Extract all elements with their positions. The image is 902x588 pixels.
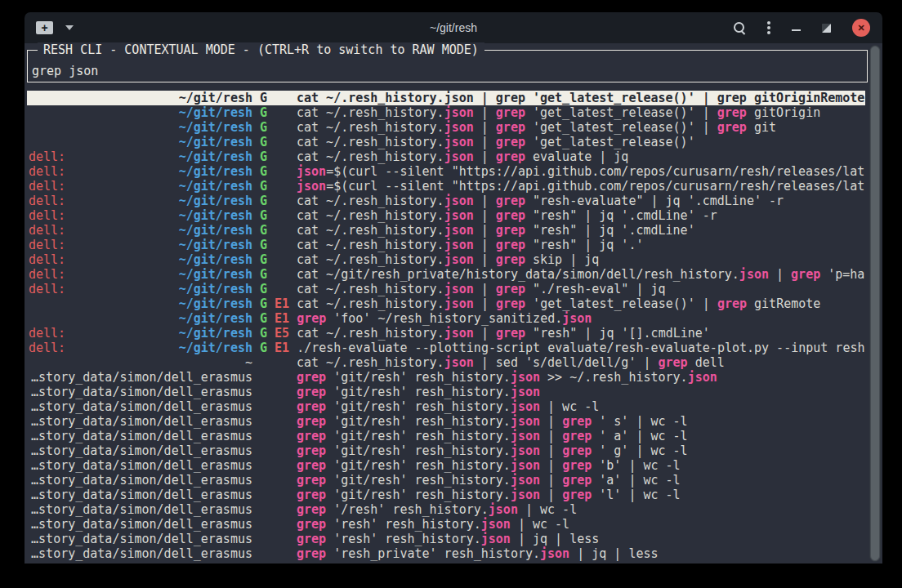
row-host: dell:	[29, 252, 65, 267]
restore-icon[interactable]	[822, 24, 831, 33]
row-command: cat ~/.resh_history.json | grep 'get_lat…	[289, 105, 865, 120]
row-flags	[252, 414, 289, 429]
row-command: cat ~/.resh_history.json | grep 'get_lat…	[289, 91, 865, 105]
history-row[interactable]: dell:~/git/reshGcat ~/.resh_history.json…	[27, 223, 865, 238]
history-row[interactable]: dell:~/git/reshG E5cat ~/.resh_history.j…	[27, 326, 865, 341]
dropdown-caret-icon[interactable]	[65, 25, 74, 30]
new-tab-icon: +	[41, 22, 47, 33]
row-pwd: ~/git/resh	[179, 223, 252, 238]
git-flag: G	[260, 208, 267, 223]
history-row[interactable]: dell:~/git/reshGcat ~/git/resh_private/h…	[27, 267, 865, 282]
history-row[interactable]: ~/git/reshGcat ~/.resh_history.json | gr…	[27, 105, 865, 120]
history-row[interactable]: dell:~/git/reshGjson=$(curl --silent "ht…	[27, 164, 865, 179]
row-command: grep 'foo' ~/resh_history_sanitized.json	[289, 311, 865, 326]
history-row[interactable]: …story_data/simon/dell_erasmusgrep 'git/…	[27, 385, 865, 399]
git-flag: G	[260, 311, 267, 326]
exit-status-flag: E1	[275, 341, 289, 355]
row-flags: G E1	[252, 296, 289, 311]
history-row[interactable]: dell:~/git/reshGcat ~/.resh_history.json…	[27, 252, 865, 267]
history-row[interactable]: dell:~/git/reshGjson=$(curl --silent "ht…	[27, 179, 865, 194]
scrollbar-thumb[interactable]	[870, 46, 880, 561]
row-pwd: …story_data/simon/dell_erasmus	[31, 414, 252, 429]
row-flags: G	[252, 105, 289, 120]
new-tab-button[interactable]: +	[36, 21, 53, 34]
row-pwd: …story_data/simon/dell_erasmus	[31, 370, 252, 385]
row-flags	[252, 502, 289, 517]
row-flags: G	[252, 223, 289, 238]
history-row[interactable]: ~/git/reshG E1grep 'foo' ~/resh_history_…	[27, 311, 865, 326]
history-row[interactable]: ~cat ~/.resh_history.json | sed 's/dell/…	[27, 355, 865, 370]
history-row[interactable]: ~/git/reshG E1cat ~/.resh_history.json |…	[27, 296, 865, 311]
row-command: cat ~/.resh_history.json | grep "resh" |…	[289, 223, 865, 238]
terminal-window: + ~/git/resh ✕ RESH CLI - CONTEXTUAL MOD…	[25, 12, 882, 564]
history-row[interactable]: dell:~/git/reshG E1./resh-evaluate --plo…	[27, 341, 865, 355]
row-command: cat ~/.resh_history.json | grep "resh-ev…	[289, 194, 865, 208]
row-command: json=$(curl --silent "https://api.github…	[289, 164, 865, 179]
history-row[interactable]: …story_data/simon/dell_erasmusgrep 'git/…	[27, 414, 865, 429]
search-query-input[interactable]: grep json	[32, 64, 98, 78]
exit-status-flag: E1	[275, 311, 289, 326]
row-pwd: …story_data/simon/dell_erasmus	[31, 429, 252, 443]
history-row[interactable]: …story_data/simon/dell_erasmusgrep 'git/…	[27, 429, 865, 443]
row-host: dell:	[29, 164, 65, 179]
row-command: json=$(curl --silent "https://api.github…	[289, 179, 865, 194]
history-row[interactable]: ~/git/reshGcat ~/.resh_history.json | gr…	[27, 91, 865, 105]
screen: + ~/git/resh ✕ RESH CLI - CONTEXTUAL MOD…	[0, 0, 902, 588]
history-row[interactable]: …story_data/simon/dell_erasmusgrep 'resh…	[27, 532, 865, 546]
history-row[interactable]: …story_data/simon/dell_erasmusgrep 'git/…	[27, 370, 865, 385]
git-flag: G	[260, 282, 267, 296]
history-row[interactable]: …story_data/simon/dell_erasmusgrep 'git/…	[27, 443, 865, 458]
row-command: grep 'git/resh' resh_history.json | grep…	[289, 443, 865, 458]
row-command: cat ~/.resh_history.json | grep "resh" |…	[289, 238, 865, 252]
row-flags	[252, 385, 289, 399]
row-command: cat ~/.resh_history.json | grep "./resh-…	[289, 282, 865, 296]
row-command: cat ~/.resh_history.json | grep evaluate…	[289, 149, 865, 164]
row-flags: G	[252, 282, 289, 296]
row-command: grep 'resh' resh_history.json | jq | les…	[289, 532, 865, 546]
row-pwd: ~/git/resh	[179, 91, 252, 105]
search-icon[interactable]	[734, 22, 746, 34]
history-row[interactable]: …story_data/simon/dell_erasmusgrep 'git/…	[27, 473, 865, 488]
row-pwd: ~/git/resh	[179, 341, 252, 355]
exit-status-flag: E5	[275, 326, 289, 341]
history-row[interactable]: dell:~/git/reshGcat ~/.resh_history.json…	[27, 149, 865, 164]
row-flags	[252, 399, 289, 414]
row-host: dell:	[29, 223, 65, 238]
row-pwd: ~/git/resh	[179, 326, 252, 341]
git-flag: G	[260, 120, 267, 135]
row-pwd: ~/git/resh	[179, 120, 252, 135]
git-flag: G	[260, 135, 267, 149]
history-row[interactable]: dell:~/git/reshGcat ~/.resh_history.json…	[27, 238, 865, 252]
row-command: cat ~/.resh_history.json | grep "resh" |…	[289, 208, 865, 223]
history-row[interactable]: …story_data/simon/dell_erasmusgrep 'git/…	[27, 399, 865, 414]
history-list: ~/git/reshGcat ~/.resh_history.json | gr…	[27, 91, 865, 561]
history-row[interactable]: …story_data/simon/dell_erasmusgrep 'resh…	[27, 517, 865, 532]
git-flag: G	[260, 149, 267, 164]
row-host: dell:	[29, 326, 65, 341]
row-flags: G	[252, 267, 289, 282]
history-row[interactable]: …story_data/simon/dell_erasmusgrep 'resh…	[27, 546, 865, 561]
minimize-icon[interactable]	[792, 29, 801, 31]
history-row[interactable]: dell:~/git/reshGcat ~/.resh_history.json…	[27, 194, 865, 208]
row-host: dell:	[29, 149, 65, 164]
row-flags	[252, 443, 289, 458]
row-command: grep 'git/resh' resh_history.json | grep…	[289, 429, 865, 443]
row-command: cat ~/git/resh_private/history_data/simo…	[289, 267, 865, 282]
history-row[interactable]: …story_data/simon/dell_erasmusgrep 'git/…	[27, 488, 865, 502]
row-command: cat ~/.resh_history.json | grep "resh" |…	[289, 326, 865, 341]
history-row[interactable]: dell:~/git/reshGcat ~/.resh_history.json…	[27, 282, 865, 296]
history-row[interactable]: dell:~/git/reshGcat ~/.resh_history.json…	[27, 208, 865, 223]
git-flag: G	[260, 105, 267, 120]
history-row[interactable]: ~/git/reshGcat ~/.resh_history.json | gr…	[27, 135, 865, 149]
history-row[interactable]: …story_data/simon/dell_erasmusgrep '/res…	[27, 502, 865, 517]
row-command: grep 'git/resh' resh_history.json | grep…	[289, 488, 865, 502]
row-pwd: ~/git/resh	[179, 194, 252, 208]
row-pwd: …story_data/simon/dell_erasmus	[31, 488, 252, 502]
close-button[interactable]: ✕	[852, 19, 870, 37]
history-row[interactable]: ~/git/reshGcat ~/.resh_history.json | gr…	[27, 120, 865, 135]
row-pwd: …story_data/simon/dell_erasmus	[31, 443, 252, 458]
row-command: grep 'resh' resh_history.json | wc -l	[289, 517, 865, 532]
resh-mode-title: RESH CLI - CONTEXTUAL MODE - (CTRL+R to …	[38, 42, 484, 57]
history-row[interactable]: …story_data/simon/dell_erasmusgrep 'git/…	[27, 458, 865, 473]
kebab-menu-icon[interactable]	[767, 21, 770, 34]
